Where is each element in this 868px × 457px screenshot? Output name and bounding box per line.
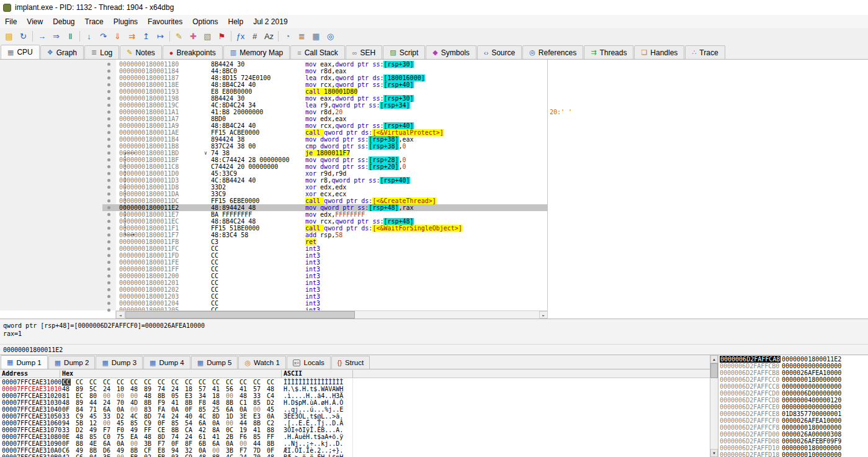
hscroll-thumb[interactable]	[125, 311, 355, 319]
stack-row[interactable]: 0000006D2FAFFD180000000100000000	[718, 451, 868, 457]
menu-trace[interactable]: Trace	[80, 16, 109, 27]
stack-row[interactable]: 0000006D2FAFFD080000026AFEBF09F9	[718, 438, 868, 445]
dump-row[interactable]: 00007FFCEAE310800E4885C075EA488D74246141…	[0, 433, 710, 440]
dump-row[interactable]: 00007FFCEAE3103048894424704D8BF9418BF848…	[0, 399, 710, 406]
disasm-row[interactable]: 000000018000118E48:8B4C24 40mov rcx,qwor…	[0, 81, 868, 88]
breakpoint-dot[interactable]	[107, 179, 110, 182]
disasm-row[interactable]: 00000001800011FCCCint3	[0, 245, 868, 252]
disasm-row[interactable]: 00000001800011A948:8B4C24 40mov rcx,qwor…	[0, 122, 868, 129]
menu-view[interactable]: View	[22, 16, 48, 27]
run-swallow-exception-icon[interactable]: ⇒	[49, 30, 63, 43]
disasm-row[interactable]: 00000001800011FBC3ret	[0, 238, 868, 245]
log-book-icon[interactable]: ≣	[295, 30, 309, 43]
patches-icon[interactable]: ✚	[186, 30, 200, 43]
breakpoint-dot[interactable]	[107, 220, 110, 223]
tab-graph[interactable]: ❖Graph	[40, 45, 84, 59]
scroll-up-icon[interactable]: ▲	[710, 355, 718, 363]
stack-row[interactable]: 0000006D2FAFFCB00000000000000000	[718, 363, 868, 369]
menu-jul-2-2019[interactable]: Jul 2 2019	[248, 16, 292, 27]
dump-row[interactable]: 00007FFCEAE310B042C6043E00EB02EB03C9488B…	[0, 454, 710, 457]
tab-threads[interactable]: ⇉Threads	[584, 45, 633, 59]
vscroll-thumb[interactable]	[710, 363, 718, 378]
disasm-row[interactable]: 00000001800011E7BA FFFFFFFFmov edx,FFFFF…	[0, 211, 868, 218]
stack-view[interactable]: 0000006D2FAFFCA800000001800011E20000006D…	[718, 355, 868, 457]
menu-file[interactable]: File	[0, 16, 22, 27]
step-into-icon[interactable]: ↓	[82, 30, 96, 43]
breakpoint-dot[interactable]	[107, 172, 110, 175]
disasm-row[interactable]: 000000018000118748:8D15 724E0100lea rdx,…	[0, 75, 868, 81]
disasm-row[interactable]: 00000001800011DA33C9xor ecx,ecx	[0, 191, 868, 197]
tab-notes[interactable]: ✎Notes	[120, 45, 162, 59]
disasm-row[interactable]: 0000000180001203CCint3	[0, 293, 868, 300]
dump-row[interactable]: 00007FFCEAE3105033C94533D24C8D7424404C8D…	[0, 413, 710, 420]
stack-row[interactable]: 0000006D2FAFFD000000026A00000308	[718, 431, 868, 438]
stack-row[interactable]: 0000006D2FAFFCA800000001800011E2	[718, 356, 868, 363]
disasm-row[interactable]: 00000001800011FFCCint3	[0, 266, 868, 273]
dump-row[interactable]: 00007FFCEAE3107033D249F7F049FFCE8BCA428A…	[0, 427, 710, 433]
disasm-row[interactable]: 00000001800011BF48:C74424 28 00000000mov…	[0, 156, 868, 163]
tab-trace[interactable]: ∴Trace	[685, 45, 725, 59]
breakpoint-dot[interactable]	[107, 192, 110, 196]
fill-icon[interactable]: ▧	[200, 30, 215, 43]
disasm-row[interactable]: 0000000180001204CCint3	[0, 300, 868, 307]
breakpoint-dot[interactable]	[107, 152, 110, 155]
breakpoint-dot[interactable]	[107, 247, 110, 250]
tab-log[interactable]: ≣Log	[84, 45, 119, 59]
disasm-row[interactable]: 00000001800011E248:894424 48mov qword pt…	[0, 204, 868, 211]
dump-vscrollbar[interactable]: ▲ ▼	[710, 355, 718, 457]
breakpoint-dot[interactable]	[107, 281, 110, 284]
tab-source[interactable]: ‹›Source	[477, 45, 522, 59]
open-file-icon[interactable]: ▤	[2, 30, 16, 43]
run-icon[interactable]: →	[35, 30, 49, 43]
debuggee-monitor-icon[interactable]: ▦	[309, 30, 323, 43]
dump-row[interactable]: 00007FFCEAE3102081EC80000000488B05E33418…	[0, 392, 710, 399]
pause-icon[interactable]: Ⅱ	[63, 30, 78, 43]
disasm-row[interactable]: 00000001800011D833D2xor edx,edx	[0, 184, 868, 191]
breakpoint-dot[interactable]	[107, 288, 110, 291]
dump-row[interactable]: 00007FFCEAE31060945B12004585C90F85546A0A…	[0, 420, 710, 427]
tab-references[interactable]: ◎References	[522, 45, 583, 59]
tab-locals[interactable]: x=Locals	[287, 356, 331, 369]
breakpoint-dot[interactable]	[107, 83, 110, 86]
breakpoint-dot[interactable]	[107, 309, 110, 312]
dump-row[interactable]: 00007FFCEAE310900F884E6A0A003BF70F8F6B6A…	[0, 440, 710, 447]
stack-row[interactable]: 0000006D2FAFFCC80000000000000000	[718, 383, 868, 390]
step-out-icon[interactable]: ↥	[139, 30, 153, 43]
breakpoint-dot[interactable]	[107, 70, 110, 73]
tab-watch-1[interactable]: ◎Watch 1	[238, 356, 285, 369]
disasm-row[interactable]: 00000001800011F1FF15 51BE0000call qword …	[0, 225, 868, 232]
breakpoint-dot[interactable]	[107, 268, 110, 271]
stack-row[interactable]: 0000006D2FAFFCD00000006D00000000	[718, 390, 868, 397]
menu-debug[interactable]: Debug	[48, 16, 79, 27]
tab-call-stack[interactable]: ≡Call Stack	[290, 45, 344, 59]
text-case-icon[interactable]: Az	[262, 30, 276, 43]
stack-row[interactable]: 0000006D2FAFFCC00000000180000000	[718, 376, 868, 383]
breakpoint-dot[interactable]	[107, 90, 110, 93]
tab-seh[interactable]: ∞SEH	[346, 45, 383, 59]
function-fx-icon[interactable]: ƒx	[233, 30, 248, 43]
breakpoint-dot[interactable]	[107, 206, 110, 209]
disasm-row[interactable]: 00000001800011D045:33C9xor r9d,r9d	[0, 170, 868, 177]
disasm-row[interactable]: 00000001800011988B4424 30mov eax,dword p…	[0, 95, 868, 102]
breakpoint-dot[interactable]	[107, 240, 110, 243]
menu-help[interactable]: Help	[223, 16, 249, 27]
breakpoint-dot[interactable]	[107, 302, 110, 305]
disasm-row[interactable]: 00000001800011D34C:8B4424 40mov r8,qword…	[0, 177, 868, 184]
stack-row[interactable]: 0000006D2FAFFD100000000180000000	[718, 445, 868, 451]
breakpoint-dot[interactable]	[107, 97, 110, 100]
tab-handles[interactable]: ❏Handles	[634, 45, 684, 59]
hash-icon[interactable]: #	[248, 30, 262, 43]
breakpoint-flag-icon[interactable]: ⚑	[215, 30, 229, 43]
breakpoint-dot[interactable]	[107, 145, 110, 148]
restart-icon[interactable]: ↻	[16, 30, 30, 43]
tab-cpu[interactable]: ▦CPU	[1, 45, 40, 59]
breakpoint-dot[interactable]	[107, 254, 110, 257]
disasm-hscrollbar[interactable]: ◄ ►	[115, 310, 548, 319]
stack-row[interactable]: 0000006D2FAFFCE00000000000000000	[718, 404, 868, 410]
patch-icon[interactable]: ✎	[172, 30, 186, 43]
breakpoint-dot[interactable]	[107, 233, 110, 237]
stack-row[interactable]: 0000006D2FAFFCF00000026AFEA10000	[718, 417, 868, 424]
step-over-icon[interactable]: ↷	[96, 30, 110, 43]
disasm-row[interactable]: 000000018000119C4C:8D4C24 34lea r9,qword…	[0, 102, 868, 109]
disasm-row[interactable]: 00000001800011C8C74424 20 00000000mov dw…	[0, 163, 868, 170]
